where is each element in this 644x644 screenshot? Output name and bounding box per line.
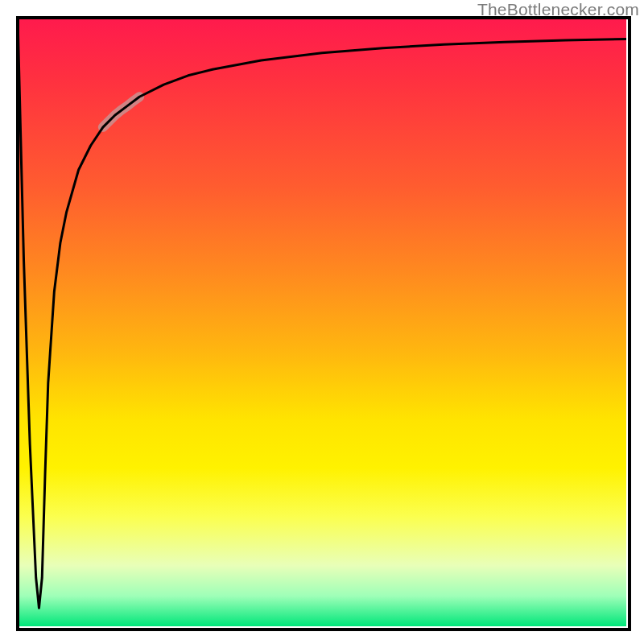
plot-gradient-background	[18, 18, 626, 626]
attribution-watermark: TheBottlenecker.com	[477, 0, 639, 19]
chart-container: TheBottlenecker.com	[0, 0, 644, 644]
